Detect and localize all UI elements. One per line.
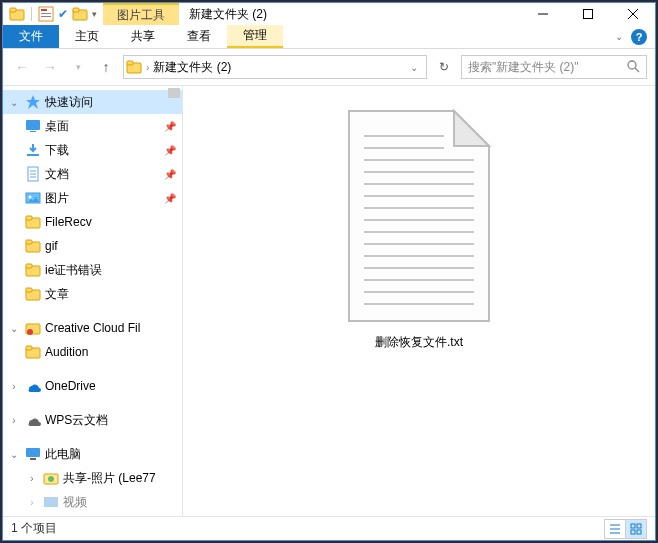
address-dropdown-icon[interactable]: ⌄ — [404, 62, 424, 73]
sidebar-item-articles[interactable]: 文章 — [3, 282, 182, 306]
chevron-right-icon[interactable]: › — [25, 497, 39, 508]
desktop-icon — [25, 118, 41, 134]
svg-rect-61 — [631, 524, 635, 528]
divider — [31, 7, 32, 21]
window-title: 新建文件夹 (2) — [179, 3, 277, 25]
sidebar-item-label: 下载 — [45, 142, 160, 159]
wps-cloud-icon — [25, 412, 41, 428]
sidebar-item-label: 共享-照片 (Lee77 — [63, 470, 176, 487]
creative-cloud-icon — [25, 320, 41, 336]
folder-icon — [25, 238, 41, 254]
sidebar-item-label: Audition — [45, 345, 176, 359]
sidebar-item-onedrive[interactable]: › OneDrive — [3, 374, 182, 398]
chevron-right-icon[interactable]: › — [146, 62, 149, 73]
chevron-down-icon[interactable]: ⌄ — [7, 97, 21, 108]
status-bar: 1 个项目 — [3, 516, 655, 540]
address-bar[interactable]: › 新建文件夹 (2) ⌄ — [123, 55, 427, 79]
tab-view[interactable]: 查看 — [171, 25, 227, 48]
sidebar-item-shared-photos[interactable]: › 共享-照片 (Lee77 — [3, 466, 182, 490]
recent-dropdown-icon[interactable]: ▾ — [67, 56, 89, 78]
tab-file[interactable]: 文件 — [3, 25, 59, 48]
sidebar-item-pictures[interactable]: 图片 📌 — [3, 186, 182, 210]
svg-point-35 — [27, 329, 33, 335]
videos-icon — [43, 494, 59, 510]
sidebar-item-this-pc[interactable]: ⌄ 此电脑 — [3, 442, 182, 466]
qat-dropdown-icon[interactable]: ▾ — [92, 9, 97, 19]
file-item[interactable]: 删除恢复文件.txt — [319, 106, 519, 351]
svg-rect-33 — [26, 288, 32, 292]
chevron-down-icon[interactable]: ⌄ — [7, 449, 21, 460]
sidebar-item-creative-cloud[interactable]: ⌄ Creative Cloud Fil — [3, 316, 182, 340]
tab-home[interactable]: 主页 — [59, 25, 115, 48]
folder-icon — [126, 59, 142, 75]
svg-line-15 — [635, 68, 639, 72]
back-button[interactable]: ← — [11, 56, 33, 78]
up-button[interactable]: ↑ — [95, 56, 117, 78]
sidebar-item-label: FileRecv — [45, 215, 176, 229]
sidebar-item-label: WPS云文档 — [45, 412, 176, 429]
svg-rect-29 — [26, 240, 32, 244]
svg-point-25 — [29, 196, 32, 199]
maximize-button[interactable] — [565, 3, 610, 25]
folder-icon — [25, 286, 41, 302]
scrollbar-thumb[interactable] — [168, 88, 180, 98]
svg-rect-38 — [26, 448, 40, 457]
contextual-tab-label: 图片工具 — [103, 3, 179, 25]
svg-rect-7 — [73, 8, 79, 12]
svg-rect-37 — [26, 346, 32, 350]
svg-rect-27 — [26, 216, 32, 220]
chevron-right-icon[interactable]: › — [7, 381, 21, 392]
sidebar-item-ie-cert[interactable]: ie证书错误 — [3, 258, 182, 282]
sidebar-item-gif[interactable]: gif — [3, 234, 182, 258]
svg-rect-19 — [27, 154, 39, 156]
folder-icon — [25, 214, 41, 230]
svg-rect-62 — [637, 524, 641, 528]
pictures-icon — [25, 190, 41, 206]
svg-rect-3 — [41, 9, 47, 11]
ribbon-tabs: 文件 主页 共享 查看 管理 ⌄ ? — [3, 25, 655, 49]
close-button[interactable] — [610, 3, 655, 25]
sidebar-item-wps[interactable]: › WPS云文档 — [3, 408, 182, 432]
sidebar-item-label: gif — [45, 239, 176, 253]
properties-icon[interactable] — [38, 6, 54, 22]
svg-marker-16 — [26, 95, 40, 109]
ribbon-expand-icon[interactable]: ⌄ — [615, 31, 623, 42]
file-pane[interactable]: 删除恢复文件.txt — [183, 86, 655, 516]
text-file-icon — [339, 106, 499, 326]
sidebar-item-downloads[interactable]: 下载 📌 — [3, 138, 182, 162]
sidebar-item-videos[interactable]: › 视频 — [3, 490, 182, 514]
sidebar-item-filerecv[interactable]: FileRecv — [3, 210, 182, 234]
sidebar-item-label: 桌面 — [45, 118, 160, 135]
downloads-icon — [25, 142, 41, 158]
forward-button[interactable]: → — [39, 56, 61, 78]
chevron-right-icon[interactable]: › — [25, 473, 39, 484]
folder-icon[interactable] — [72, 6, 88, 22]
help-icon[interactable]: ? — [631, 29, 647, 45]
navigation-pane[interactable]: ⌄ 快速访问 桌面 📌 下载 📌 文档 📌 — [3, 86, 183, 516]
breadcrumb-current[interactable]: 新建文件夹 (2) — [153, 59, 231, 76]
svg-rect-42 — [44, 497, 58, 507]
sidebar-item-documents[interactable]: 文档 📌 — [3, 162, 182, 186]
minimize-button[interactable] — [520, 3, 565, 25]
folder-icon — [25, 344, 41, 360]
svg-rect-63 — [631, 530, 635, 534]
chevron-right-icon[interactable]: › — [7, 415, 21, 426]
tab-share[interactable]: 共享 — [115, 25, 171, 48]
sidebar-item-quick-access[interactable]: ⌄ 快速访问 — [3, 90, 182, 114]
svg-rect-17 — [26, 120, 40, 130]
svg-rect-13 — [127, 61, 133, 65]
refresh-button[interactable]: ↻ — [433, 56, 455, 78]
sidebar-item-desktop[interactable]: 桌面 📌 — [3, 114, 182, 138]
details-view-button[interactable] — [604, 519, 626, 539]
large-icons-view-button[interactable] — [625, 519, 647, 539]
onedrive-icon — [25, 378, 41, 394]
search-input[interactable]: 搜索"新建文件夹 (2)" — [461, 55, 647, 79]
svg-rect-31 — [26, 264, 32, 268]
chevron-down-icon[interactable]: ⌄ — [7, 323, 21, 334]
sidebar-item-label: OneDrive — [45, 379, 176, 393]
sidebar-item-label: Creative Cloud Fil — [45, 321, 176, 335]
search-placeholder: 搜索"新建文件夹 (2)" — [468, 59, 579, 76]
sidebar-item-label: 视频 — [63, 494, 176, 511]
sidebar-item-audition[interactable]: Audition — [3, 340, 182, 364]
tab-manage[interactable]: 管理 — [227, 25, 283, 48]
